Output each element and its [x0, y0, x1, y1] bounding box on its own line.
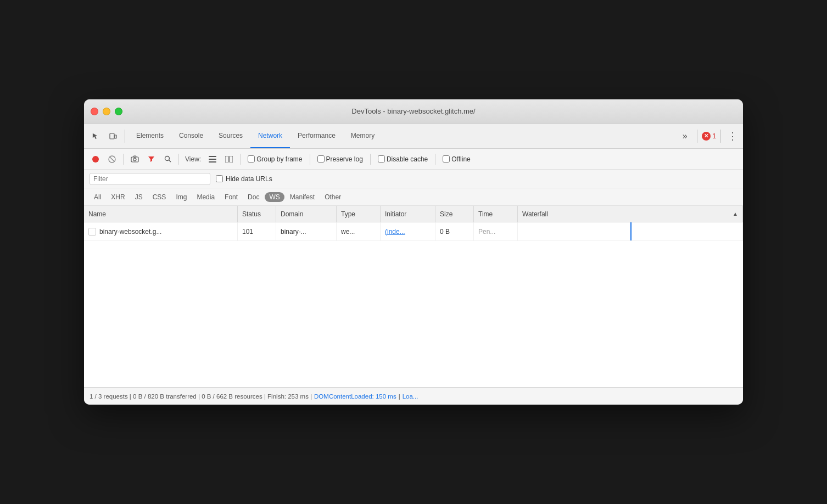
sort-arrow-icon: ▲: [733, 211, 738, 217]
view-label: View:: [185, 155, 201, 163]
net-sep-4: [310, 154, 310, 165]
td-status: 101: [238, 222, 276, 240]
window-title: DevTools - binary-websocket.glitch.me/: [351, 107, 475, 115]
tab-performance[interactable]: Performance: [290, 124, 343, 148]
type-tab-manifest[interactable]: Manifest: [286, 192, 319, 202]
th-status[interactable]: Status: [238, 206, 276, 222]
titlebar: DevTools - binary-websocket.glitch.me/: [84, 99, 743, 124]
group-by-frame-text: Group by frame: [256, 155, 302, 163]
more-tabs-button[interactable]: »: [677, 128, 692, 144]
status-separator: |: [399, 393, 400, 400]
traffic-lights: [91, 108, 122, 115]
type-tab-media[interactable]: Media: [192, 192, 219, 202]
settings-button[interactable]: ⋮: [725, 130, 740, 142]
maximize-button[interactable]: [115, 108, 122, 115]
tab-sources[interactable]: Sources: [211, 124, 250, 148]
network-table: Name Status Domain Type Initiator Size T…: [84, 206, 743, 387]
waterfall-line: [630, 222, 632, 240]
net-sep-1: [123, 154, 124, 165]
th-waterfall-label: Waterfall: [522, 210, 548, 218]
th-type[interactable]: Type: [337, 206, 381, 222]
main-toolbar: Elements Console Sources Network Perform…: [84, 124, 743, 149]
device-toolbar-button[interactable]: [105, 128, 121, 144]
th-initiator[interactable]: Initiator: [381, 206, 435, 222]
status-text: 1 / 3 requests | 0 B / 820 B transferred…: [90, 393, 312, 400]
td-size: 0 B: [435, 222, 474, 240]
td-name: binary-websocket.g...: [84, 222, 238, 240]
toolbar-sep-2: [697, 130, 697, 143]
type-tab-font[interactable]: Font: [220, 192, 242, 202]
error-badge: ✕ 1: [702, 132, 716, 141]
svg-rect-0: [110, 133, 114, 139]
hide-data-urls-label[interactable]: Hide data URLs: [216, 175, 272, 183]
preserve-log-label[interactable]: Preserve log: [317, 155, 363, 163]
tab-console[interactable]: Console: [171, 124, 211, 148]
th-size[interactable]: Size: [435, 206, 474, 222]
status-bar: 1 / 3 requests | 0 B / 820 B transferred…: [84, 387, 743, 405]
filter-bar: Hide data URLs: [84, 170, 743, 188]
record-button[interactable]: [88, 152, 103, 166]
type-tab-xhr[interactable]: XHR: [107, 192, 129, 202]
svg-rect-11: [209, 159, 216, 160]
offline-text: Offline: [451, 155, 470, 163]
cols-view-button[interactable]: [222, 152, 236, 166]
clear-button[interactable]: [105, 152, 119, 166]
th-name[interactable]: Name: [84, 206, 238, 222]
offline-label[interactable]: Offline: [443, 155, 470, 163]
svg-point-2: [92, 156, 99, 163]
type-tab-css[interactable]: CSS: [148, 192, 171, 202]
net-sep-5: [370, 154, 371, 165]
type-tab-img[interactable]: Img: [171, 192, 191, 202]
disable-cache-checkbox[interactable]: [378, 155, 385, 163]
tab-elements[interactable]: Elements: [128, 124, 171, 148]
inspect-button[interactable]: [87, 128, 104, 144]
filter-input[interactable]: [90, 173, 210, 185]
svg-rect-5: [131, 157, 138, 162]
group-by-frame-label[interactable]: Group by frame: [248, 155, 302, 163]
load-link[interactable]: Loa...: [403, 393, 418, 400]
type-tab-js[interactable]: JS: [131, 192, 147, 202]
td-type: we...: [337, 222, 381, 240]
group-by-frame-checkbox[interactable]: [248, 155, 255, 163]
svg-rect-14: [230, 156, 233, 163]
list-view-button[interactable]: [205, 152, 220, 166]
type-filter-bar: All XHR JS CSS Img Media Font Doc WS Man…: [84, 188, 743, 206]
error-count: 1: [712, 132, 716, 140]
toolbar-right: » ✕ 1 ⋮: [677, 128, 740, 144]
svg-rect-13: [225, 156, 228, 163]
svg-rect-10: [209, 156, 216, 157]
tab-bar: Elements Console Sources Network Perform…: [128, 124, 676, 148]
row-checkbox[interactable]: [88, 228, 96, 236]
tab-memory[interactable]: Memory: [343, 124, 382, 148]
network-toolbar: View: Group by frame Preserve log: [84, 149, 743, 170]
toolbar-sep-3: [720, 130, 721, 143]
disable-cache-label[interactable]: Disable cache: [378, 155, 428, 163]
type-tab-other[interactable]: Other: [320, 192, 345, 202]
table-header: Name Status Domain Type Initiator Size T…: [84, 206, 743, 222]
type-tab-all[interactable]: All: [90, 192, 105, 202]
type-tab-doc[interactable]: Doc: [243, 192, 264, 202]
th-time[interactable]: Time: [474, 206, 518, 222]
th-waterfall[interactable]: Waterfall ▲: [518, 206, 743, 222]
td-initiator: (inde...: [381, 222, 435, 240]
filter-button[interactable]: [144, 152, 158, 166]
close-button[interactable]: [91, 108, 98, 115]
minimize-button[interactable]: [103, 108, 110, 115]
table-row[interactable]: binary-websocket.g... 101 binary-... we.…: [84, 222, 743, 241]
preserve-log-checkbox[interactable]: [317, 155, 325, 163]
table-body: binary-websocket.g... 101 binary-... we.…: [84, 222, 743, 387]
hide-data-urls-text: Hide data URLs: [226, 175, 272, 183]
svg-point-6: [133, 158, 136, 161]
tab-network[interactable]: Network: [250, 124, 290, 148]
toolbar-separator: [125, 130, 125, 143]
th-domain[interactable]: Domain: [276, 206, 337, 222]
preserve-log-text: Preserve log: [326, 155, 363, 163]
offline-checkbox[interactable]: [443, 155, 450, 163]
screenshot-button[interactable]: [127, 152, 142, 166]
svg-point-8: [165, 156, 169, 161]
search-button[interactable]: [160, 152, 175, 166]
hide-data-urls-checkbox[interactable]: [216, 175, 223, 182]
dom-content-loaded-link[interactable]: DOMContentLoaded: 150 ms: [314, 393, 396, 400]
disable-cache-text: Disable cache: [387, 155, 428, 163]
type-tab-ws[interactable]: WS: [265, 192, 284, 202]
